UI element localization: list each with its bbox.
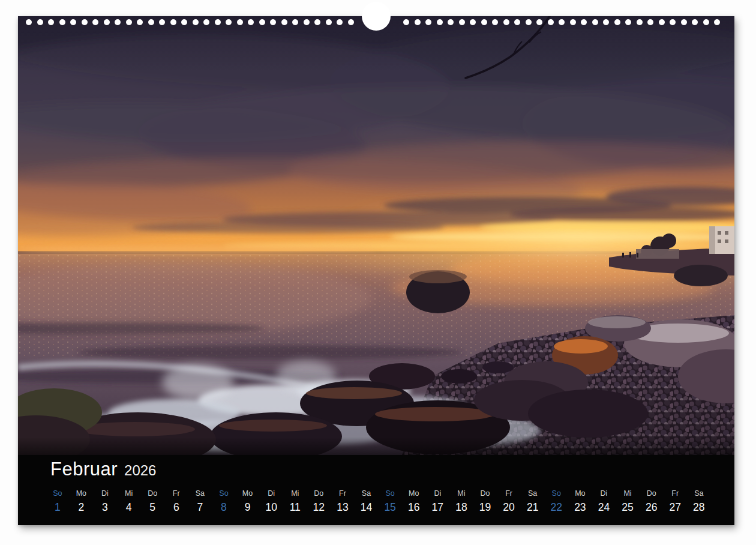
calendar-day-cell: Do 26 (640, 489, 664, 513)
date-number: 8 (212, 502, 236, 513)
calendar-day-cell: Fr 13 (331, 489, 355, 513)
calendar-day-cell: Sa 21 (521, 489, 545, 513)
weekday-label: Di (592, 489, 616, 498)
weekday-label: Mi (283, 489, 307, 498)
date-number: 7 (188, 502, 212, 513)
calendar-day-cell: Do 12 (307, 489, 331, 513)
weekday-label: Mi (616, 489, 640, 498)
date-number: 17 (426, 502, 450, 513)
date-number: 14 (355, 502, 379, 513)
hanger-notch (362, 2, 391, 31)
date-number: 9 (236, 502, 260, 513)
weekday-label: Mo (70, 489, 94, 498)
calendar-day-cell: Mi 18 (449, 489, 473, 513)
date-number: 5 (140, 502, 164, 513)
weekday-label: Fr (663, 489, 687, 498)
date-number: 2 (70, 502, 94, 513)
weekday-label: Do (640, 489, 664, 498)
date-number: 19 (473, 502, 497, 513)
calendar-day-cell: Di 10 (259, 489, 283, 513)
weekday-label: Do (473, 489, 497, 498)
date-number: 15 (378, 502, 402, 513)
calendar-day-cell: Mo 2 (70, 489, 94, 513)
weekday-label: Fr (497, 489, 521, 498)
weekday-label: Do (140, 489, 164, 498)
date-number: 4 (117, 502, 141, 513)
weekday-label: Sa (355, 489, 379, 498)
calendar-day-cell: Fr 27 (663, 489, 687, 513)
date-number: 26 (640, 502, 664, 513)
calendar-day-cell: So 8 (212, 489, 236, 513)
calendar-day-cell: Di 24 (592, 489, 616, 513)
weekday-label: Mi (117, 489, 141, 498)
weekday-label: Di (426, 489, 450, 498)
calendar-day-cell: Fr 6 (164, 489, 188, 513)
date-number: 13 (331, 502, 355, 513)
weekday-label: Sa (188, 489, 212, 498)
date-number: 6 (164, 502, 188, 513)
calendar-day-cell: Mo 23 (568, 489, 592, 513)
weekday-label: Mo (568, 489, 592, 498)
weekday-label: So (46, 489, 70, 498)
date-number: 18 (449, 502, 473, 513)
date-number: 11 (283, 502, 307, 513)
weekday-label: Di (259, 489, 283, 498)
calendar-day-cell: Sa 14 (355, 489, 379, 513)
month-title: Februar 2026 (50, 459, 156, 480)
date-number: 25 (616, 502, 640, 513)
weekday-label: Mo (236, 489, 260, 498)
calendar-product-shot: Februar 2026 So 1 Mo 2 Di (0, 0, 756, 545)
date-number: 3 (93, 502, 117, 513)
calendar-day-cell: Mi 11 (283, 489, 307, 513)
calendar-day-cell: Sa 28 (687, 489, 711, 513)
calendar-day-cell: So 1 (46, 489, 70, 513)
date-number: 27 (663, 502, 687, 513)
calendar-page: Februar 2026 So 1 Mo 2 Di (18, 16, 734, 525)
weekday-label: Sa (521, 489, 545, 498)
calendar-day-cell: Do 5 (140, 489, 164, 513)
calendar-day-cell: So 22 (544, 489, 568, 513)
date-number: 10 (259, 502, 283, 513)
date-number: 16 (402, 502, 426, 513)
date-number: 21 (521, 502, 545, 513)
calendar-day-cell: Fr 20 (497, 489, 521, 513)
calendar-day-cell: Mo 16 (402, 489, 426, 513)
date-number: 12 (307, 502, 331, 513)
weekday-label: Fr (164, 489, 188, 498)
calendar-day-cell: Mo 9 (236, 489, 260, 513)
calendar-day-cell: So 15 (378, 489, 402, 513)
weekday-label: So (378, 489, 402, 498)
sunset-coast-photo-art (18, 16, 734, 455)
calendar-day-cell: Sa 7 (188, 489, 212, 513)
weekday-label: Mo (402, 489, 426, 498)
weekday-label: Mi (449, 489, 473, 498)
weekday-label: So (212, 489, 236, 498)
date-number: 24 (592, 502, 616, 513)
date-number: 1 (46, 502, 70, 513)
weekday-label: Di (93, 489, 117, 498)
date-number: 22 (544, 502, 568, 513)
calendar-footer-bar: Februar 2026 So 1 Mo 2 Di (18, 455, 734, 525)
calendar-day-cell: Mi 25 (616, 489, 640, 513)
calendar-photo (18, 16, 734, 455)
weekday-label: Sa (687, 489, 711, 498)
calendar-day-cell: Di 17 (426, 489, 450, 513)
days-row: So 1 Mo 2 Di 3 Mi 4 (46, 489, 711, 513)
weekday-label: So (544, 489, 568, 498)
weekday-label: Fr (331, 489, 355, 498)
calendar-day-cell: Do 19 (473, 489, 497, 513)
date-number: 23 (568, 502, 592, 513)
calendar-day-cell: Di 3 (93, 489, 117, 513)
date-number: 20 (497, 502, 521, 513)
year-label: 2026 (124, 462, 156, 479)
month-name: Februar (50, 459, 118, 480)
date-number: 28 (687, 502, 711, 513)
weekday-label: Do (307, 489, 331, 498)
calendar-day-cell: Mi 4 (117, 489, 141, 513)
